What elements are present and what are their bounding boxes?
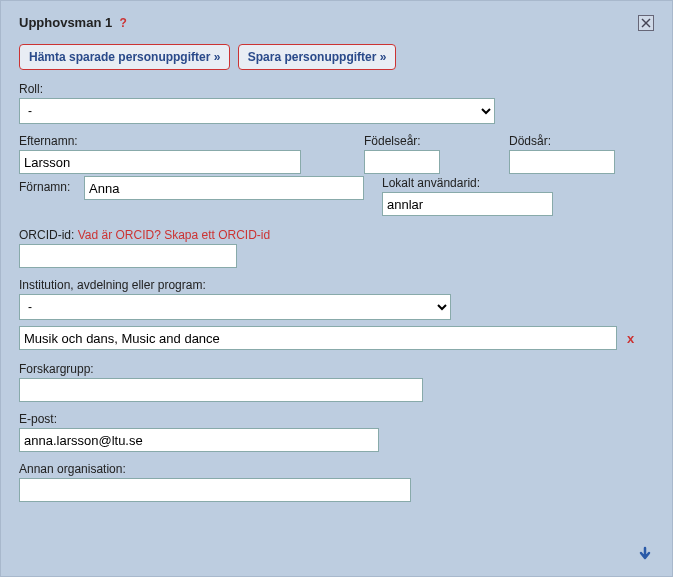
lokalt-input[interactable] <box>382 192 553 216</box>
efternamn-label: Efternamn: <box>19 134 364 148</box>
efternamn-input[interactable] <box>19 150 301 174</box>
epost-label: E-post: <box>19 412 654 426</box>
dodsar-input[interactable] <box>509 150 615 174</box>
forskargrupp-label: Forskargrupp: <box>19 362 654 376</box>
institution-select[interactable]: - <box>19 294 451 320</box>
institution-label: Institution, avdelning eller program: <box>19 278 654 292</box>
orcid-input[interactable] <box>19 244 237 268</box>
remove-institution-button[interactable]: x <box>627 331 634 346</box>
chosen-institution-input[interactable] <box>19 326 617 350</box>
fornamn-input[interactable] <box>84 176 364 200</box>
fodelseaar-label: Födelseår: <box>364 134 509 148</box>
roll-label: Roll: <box>19 82 654 96</box>
lokalt-label: Lokalt användarid: <box>382 176 582 190</box>
fodelseaar-input[interactable] <box>364 150 440 174</box>
arrow-down-icon <box>638 546 652 560</box>
roll-select[interactable]: - <box>19 98 495 124</box>
annan-input[interactable] <box>19 478 411 502</box>
close-icon <box>641 18 651 28</box>
orcid-help-link[interactable]: Vad är ORCID? Skapa ett ORCID-id <box>78 228 271 242</box>
epost-input[interactable] <box>19 428 379 452</box>
scroll-down-button[interactable] <box>636 544 654 562</box>
save-person-button[interactable]: Spara personuppgifter » <box>238 44 397 70</box>
panel-title: Upphovsman 1 <box>19 15 112 30</box>
dodsar-label: Dödsår: <box>509 134 654 148</box>
forskargrupp-input[interactable] <box>19 378 423 402</box>
close-button[interactable] <box>638 15 654 31</box>
help-icon[interactable]: ? <box>120 16 127 30</box>
fetch-saved-button[interactable]: Hämta sparade personuppgifter » <box>19 44 230 70</box>
author-panel: Upphovsman 1 ? Hämta sparade personuppgi… <box>0 0 673 577</box>
orcid-label: ORCID-id: Vad är ORCID? Skapa ett ORCID-… <box>19 228 654 242</box>
annan-label: Annan organisation: <box>19 462 654 476</box>
fornamn-label: Förnamn: <box>19 180 84 194</box>
